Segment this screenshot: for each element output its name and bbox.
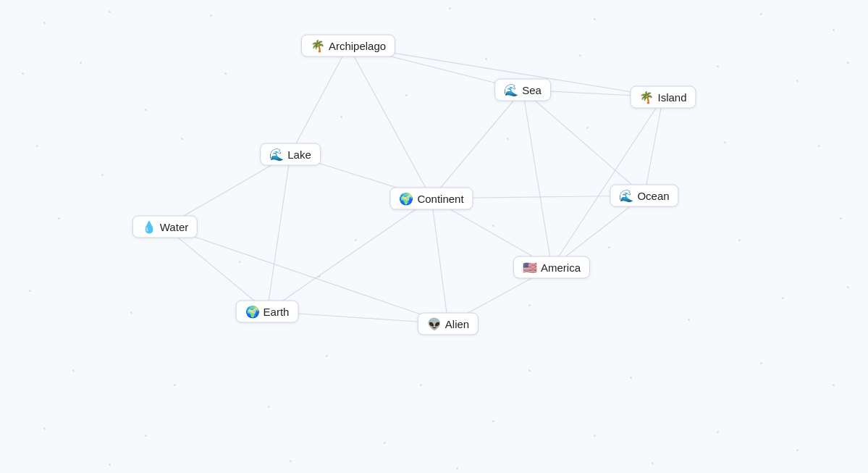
background-dot bbox=[760, 362, 762, 364]
node-america[interactable]: 🇺🇸America bbox=[513, 256, 590, 279]
node-archipelago[interactable]: 🌴Archipelago bbox=[301, 35, 395, 57]
node-water[interactable]: 💧Water bbox=[132, 216, 198, 238]
lake-icon: 🌊 bbox=[269, 148, 284, 160]
background-dot bbox=[130, 311, 132, 314]
background-dot bbox=[80, 62, 82, 64]
background-dot bbox=[101, 174, 104, 176]
background-dot bbox=[145, 109, 147, 111]
node-continent[interactable]: 🌍Continent bbox=[389, 188, 473, 210]
background-dot bbox=[594, 18, 596, 20]
background-dot bbox=[833, 384, 835, 386]
background-dot bbox=[717, 65, 719, 67]
sea-label: Sea bbox=[522, 84, 542, 96]
lake-label: Lake bbox=[287, 148, 311, 161]
background-dot bbox=[840, 217, 842, 219]
background-dot bbox=[420, 384, 422, 386]
continent-icon: 🌍 bbox=[399, 193, 413, 204]
background-dot bbox=[449, 7, 451, 9]
background-dot bbox=[796, 449, 799, 451]
continent-label: Continent bbox=[417, 193, 463, 205]
background-dot bbox=[485, 58, 487, 60]
background-dot bbox=[340, 116, 342, 118]
background-dot bbox=[492, 225, 494, 227]
node-earth[interactable]: 🌍Earth bbox=[236, 301, 299, 323]
graph-edge bbox=[267, 198, 431, 311]
background-dot bbox=[608, 246, 610, 248]
background-dot bbox=[239, 261, 241, 263]
background-dot bbox=[847, 62, 849, 64]
water-icon: 💧 bbox=[142, 221, 156, 233]
node-lake[interactable]: 🌊Lake bbox=[260, 143, 321, 166]
graph-edge bbox=[165, 227, 267, 311]
ocean-label: Ocean bbox=[637, 190, 669, 202]
background-dot bbox=[210, 14, 212, 17]
graph-edge bbox=[431, 90, 523, 198]
background-dot bbox=[145, 435, 147, 437]
background-dot bbox=[492, 420, 494, 422]
background-dot bbox=[326, 355, 328, 357]
background-dot bbox=[58, 217, 60, 219]
background-dot bbox=[796, 80, 799, 82]
background-dot bbox=[290, 460, 292, 462]
alien-label: Alien bbox=[445, 318, 469, 330]
archipelago-icon: 🌴 bbox=[311, 40, 325, 51]
background-dot bbox=[29, 290, 31, 292]
background-dot bbox=[630, 377, 632, 379]
background-dot bbox=[72, 369, 75, 372]
background-dot bbox=[268, 406, 270, 408]
background-dot bbox=[43, 22, 46, 24]
background-dot bbox=[109, 464, 111, 466]
graph-edge bbox=[290, 46, 348, 154]
background-dot bbox=[724, 141, 726, 143]
background-dot bbox=[355, 239, 357, 241]
background-dot bbox=[528, 304, 531, 306]
background-dot bbox=[738, 239, 741, 241]
background-dot bbox=[717, 431, 719, 433]
background-dot bbox=[22, 72, 24, 75]
graph-canvas bbox=[0, 0, 868, 473]
water-label: Water bbox=[160, 221, 188, 233]
ocean-icon: 🌊 bbox=[619, 190, 633, 201]
graph-edge bbox=[267, 154, 290, 311]
alien-icon: 👽 bbox=[427, 318, 442, 330]
graph-edge bbox=[523, 90, 552, 267]
background-dot bbox=[43, 427, 46, 430]
background-dot bbox=[586, 127, 589, 129]
background-dot bbox=[833, 29, 835, 31]
background-dot bbox=[174, 384, 176, 386]
graph-edge bbox=[552, 97, 663, 267]
node-ocean[interactable]: 🌊Ocean bbox=[610, 185, 678, 207]
background-dot bbox=[181, 138, 183, 140]
sea-icon: 🌊 bbox=[504, 84, 518, 96]
graph-edge bbox=[523, 90, 644, 196]
background-dot bbox=[579, 54, 581, 56]
graph-edge bbox=[165, 227, 448, 324]
background-dot bbox=[384, 442, 386, 444]
background-dot bbox=[528, 369, 531, 372]
background-dot bbox=[652, 462, 654, 464]
background-dot bbox=[36, 145, 38, 147]
background-dot bbox=[224, 72, 227, 75]
background-dot bbox=[405, 94, 408, 96]
america-icon: 🇺🇸 bbox=[523, 261, 537, 273]
island-icon: 🌴 bbox=[639, 91, 654, 103]
background-dot bbox=[109, 11, 111, 13]
background-dot bbox=[760, 13, 762, 15]
background-dot bbox=[847, 286, 849, 288]
node-island[interactable]: 🌴Island bbox=[630, 86, 696, 109]
background-dot bbox=[818, 145, 820, 147]
node-sea[interactable]: 🌊Sea bbox=[494, 79, 551, 101]
node-alien[interactable]: 👽Alien bbox=[418, 313, 479, 335]
graph-edge bbox=[431, 198, 448, 324]
graph-edge bbox=[348, 46, 431, 198]
island-label: Island bbox=[657, 91, 686, 104]
background-dot bbox=[456, 467, 458, 469]
background-dot bbox=[507, 138, 509, 140]
background-dot bbox=[782, 297, 784, 299]
background-dot bbox=[688, 319, 690, 321]
archipelago-label: Archipelago bbox=[329, 40, 386, 52]
background-dot bbox=[319, 275, 321, 277]
background-dot bbox=[594, 435, 596, 437]
earth-icon: 🌍 bbox=[245, 306, 260, 317]
earth-label: Earth bbox=[264, 306, 290, 318]
